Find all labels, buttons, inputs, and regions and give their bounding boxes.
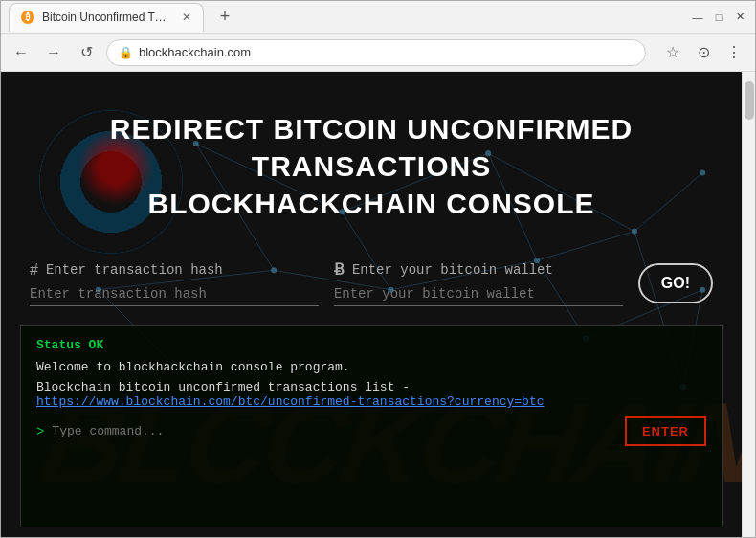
account-button[interactable]: ⊙ [690,39,717,66]
scrollbar-thumb[interactable] [745,81,754,120]
website: BLCCKCHAIN REDIRECT BITCOIN UNCONFIRMED … [1,72,742,537]
tab-bar: ₿ Bitcoin Unconfirmed Transaction... ✕ + [9,3,686,32]
url-text: blockhackchain.com [139,45,251,59]
blockchain-link[interactable]: https://www.blockchain.com/btc/unconfirm… [36,394,545,409]
title-bar: ₿ Bitcoin Unconfirmed Transaction... ✕ +… [1,1,755,34]
new-tab-button[interactable]: + [211,4,238,31]
maximize-button[interactable]: □ [711,10,726,25]
command-row: > ENTER [36,416,706,446]
input1-label: Enter transaction hash [46,262,223,278]
browser-actions: ☆ ⊙ ⋮ [659,39,747,66]
input2-label: Enter your bitcoin wallet [352,262,553,278]
input1-label-row: # Enter transaction hash [30,261,319,279]
blockchain-line: Blockchain bitcoin unconfirmed transacti… [36,380,706,409]
go-button[interactable]: GO! [638,263,713,303]
window-controls: — □ ✕ [690,10,747,25]
content-area: BLCCKCHAIN REDIRECT BITCOIN UNCONFIRMED … [1,72,755,537]
refresh-button[interactable]: ↺ [74,40,99,65]
url-bar[interactable]: 🔒 blockhackchain.com [106,39,646,66]
bookmark-button[interactable]: ☆ [659,39,686,66]
hash-icon: # [30,261,38,279]
lock-icon: 🔒 [119,46,133,59]
menu-button[interactable]: ⋮ [721,39,747,66]
forward-button[interactable]: → [41,40,66,65]
form-section: # Enter transaction hash Ƀ Enter your bi… [1,251,742,316]
scrollbar[interactable] [742,72,755,537]
transaction-hash-input[interactable] [30,282,319,306]
tab-close-button[interactable]: ✕ [182,11,191,24]
tab-favicon: ₿ [21,11,34,24]
transaction-hash-group: # Enter transaction hash [30,261,319,306]
back-button[interactable]: ← [9,40,33,65]
console-section: Status OK Welcome to blockhackchain cons… [20,325,723,527]
status-ok-text: Status OK [36,338,706,352]
wallet-group: Ƀ Enter your bitcoin wallet [334,260,623,306]
enter-button[interactable]: ENTER [625,416,706,446]
close-button[interactable]: ✕ [732,10,747,25]
bitcoin-wallet-input[interactable] [334,282,623,306]
minimize-button[interactable]: — [690,10,705,25]
browser-frame: ₿ Bitcoin Unconfirmed Transaction... ✕ +… [0,0,756,538]
bitcoin-icon: Ƀ [334,260,345,279]
hero-title: REDIRECT BITCOIN UNCONFIRMED TRANSACTION… [39,110,703,222]
command-input[interactable] [52,424,617,438]
prompt-symbol: > [36,424,44,439]
active-tab[interactable]: ₿ Bitcoin Unconfirmed Transaction... ✕ [9,3,204,32]
hero-section: REDIRECT BITCOIN UNCONFIRMED TRANSACTION… [1,72,742,251]
input2-label-row: Ƀ Enter your bitcoin wallet [334,260,623,279]
tab-title: Bitcoin Unconfirmed Transaction... [42,11,167,24]
welcome-line: Welcome to blockhackchain console progra… [36,360,706,374]
address-bar: ← → ↺ 🔒 blockhackchain.com ☆ ⊙ ⋮ [1,34,755,72]
